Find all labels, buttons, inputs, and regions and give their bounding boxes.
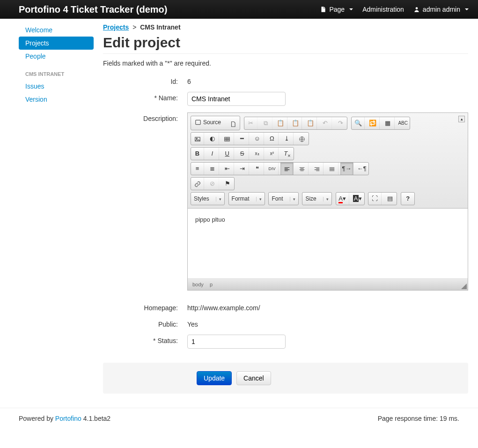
- source-button[interactable]: Source: [191, 116, 225, 128]
- editor-statusbar: body p: [188, 279, 468, 290]
- homepage-value: http://www.example.com/: [187, 302, 468, 312]
- caret-down-icon: [349, 8, 353, 10]
- sidebar-section-header: CMS INTRANET: [19, 63, 94, 80]
- sidebar-item-projects[interactable]: Projects: [19, 37, 94, 50]
- subscript-button[interactable]: x₂: [251, 148, 264, 160]
- sidebar-item-issues[interactable]: Issues: [19, 80, 94, 93]
- editor-content[interactable]: pippo pltuo: [188, 209, 468, 279]
- paste-word-button[interactable]: 📋: [304, 117, 317, 129]
- toolbar-collapse-button[interactable]: ▴: [458, 116, 465, 122]
- justifyblock-button[interactable]: [325, 163, 338, 175]
- table-button[interactable]: [221, 133, 234, 145]
- justifycenter-button[interactable]: [295, 163, 309, 175]
- specialchar-button[interactable]: Ω: [265, 133, 279, 145]
- svg-point-0: [416, 7, 418, 9]
- actions-bar: Update Cancel: [103, 363, 468, 394]
- align-right-icon: [314, 166, 320, 172]
- svg-point-3: [196, 138, 197, 139]
- blockquote-button[interactable]: ❝: [251, 163, 264, 175]
- unlink-button[interactable]: ⊘: [206, 178, 219, 190]
- bidi-ltr-button[interactable]: ¶→: [340, 163, 353, 175]
- source-icon: [195, 119, 201, 126]
- spellcheck-button[interactable]: ABC: [397, 117, 410, 129]
- footer: Powered by Portofino 4.1.beta2 Page resp…: [0, 408, 478, 429]
- public-value: Yes: [187, 318, 468, 328]
- undo-button[interactable]: ↶: [319, 117, 332, 129]
- sidebar-item-welcome[interactable]: Welcome: [19, 23, 94, 37]
- bold-button[interactable]: B: [191, 148, 204, 160]
- description-label: Description:: [103, 112, 187, 122]
- update-button[interactable]: Update: [197, 371, 232, 385]
- hr-button[interactable]: ━: [236, 133, 249, 145]
- creatediv-button[interactable]: DIV: [265, 163, 279, 175]
- page-icon: [320, 6, 326, 13]
- image-button[interactable]: [191, 133, 204, 145]
- editor-resizer[interactable]: [461, 284, 467, 289]
- italic-button[interactable]: I: [206, 148, 219, 160]
- numberedlist-button[interactable]: ≡: [191, 163, 204, 175]
- outdent-button[interactable]: ⇤: [221, 163, 234, 175]
- font-combo[interactable]: Font▾: [268, 192, 298, 205]
- find-button[interactable]: 🔍: [352, 117, 365, 129]
- indent-button[interactable]: ⇥: [236, 163, 249, 175]
- superscript-button[interactable]: x²: [265, 148, 279, 160]
- cancel-button[interactable]: Cancel: [236, 371, 271, 385]
- bulletedlist-button[interactable]: ≣: [206, 163, 219, 175]
- underline-button[interactable]: U: [221, 148, 234, 160]
- anchor-button[interactable]: ⚑: [221, 178, 234, 190]
- maximize-button[interactable]: ⛶: [368, 193, 382, 205]
- footer-powered-prefix: Powered by: [19, 415, 55, 422]
- iframe-button[interactable]: [295, 133, 309, 145]
- link-button[interactable]: [191, 178, 204, 190]
- flash-button[interactable]: ◐: [206, 133, 219, 145]
- smiley-button[interactable]: ☺: [251, 133, 264, 145]
- cut-button[interactable]: ✂: [244, 117, 257, 129]
- styles-combo[interactable]: Styles▾: [191, 192, 225, 205]
- pagebreak-button[interactable]: ⤓: [280, 133, 294, 145]
- textcolor-button[interactable]: A▾: [336, 193, 349, 205]
- selectall-button[interactable]: ▦: [382, 117, 395, 129]
- title-rule: [103, 53, 468, 54]
- justifyleft-button[interactable]: [280, 163, 294, 175]
- copy-button[interactable]: ⧉: [259, 117, 272, 129]
- sidebar-item-version[interactable]: Version: [19, 93, 94, 106]
- bidi-rtl-button[interactable]: ←¶: [355, 163, 368, 175]
- sidebar-item-people[interactable]: People: [19, 50, 94, 63]
- bgcolor-button[interactable]: A▾: [351, 193, 364, 205]
- public-label: Public:: [103, 318, 187, 328]
- breadcrumb: Projects > CMS Intranet: [103, 23, 468, 31]
- nav-page-dropdown[interactable]: Page: [320, 6, 353, 13]
- align-center-icon: [299, 166, 305, 172]
- nav-administration[interactable]: Administration: [362, 6, 404, 13]
- footer-portofino-link[interactable]: Portofino: [55, 415, 81, 422]
- sidebar: Welcome Projects People CMS INTRANET Iss…: [19, 23, 94, 394]
- paste-button[interactable]: 📋: [274, 117, 287, 129]
- nav-user-dropdown[interactable]: admin admin: [413, 6, 469, 13]
- align-left-icon: [284, 166, 290, 172]
- id-value: 6: [187, 75, 468, 85]
- breadcrumb-root-link[interactable]: Projects: [103, 23, 129, 31]
- status-input[interactable]: [187, 335, 286, 349]
- caret-down-icon: [465, 8, 469, 10]
- justifyright-button[interactable]: [310, 163, 324, 175]
- replace-button[interactable]: 🔁: [367, 117, 380, 129]
- globe-icon: [299, 136, 305, 142]
- name-input[interactable]: [187, 92, 286, 106]
- paste-text-button[interactable]: 📋: [289, 117, 302, 129]
- redo-button[interactable]: ↷: [334, 117, 347, 129]
- size-combo[interactable]: Size▾: [302, 192, 331, 205]
- removeformat-button[interactable]: T×: [280, 148, 294, 160]
- svg-rect-1: [196, 120, 201, 124]
- main-content: Projects > CMS Intranet Edit project Fie…: [103, 23, 468, 394]
- editor-path-p[interactable]: p: [210, 282, 213, 287]
- rich-text-editor: Source ✂ ⧉ 📋 📋 📋 ↶: [187, 112, 468, 291]
- image-icon: [194, 136, 201, 142]
- newpage-button[interactable]: [227, 118, 240, 130]
- navbar: Portofino 4 Ticket Tracker (demo) Page A…: [0, 0, 478, 19]
- showblocks-button[interactable]: ▤: [383, 193, 397, 205]
- about-button[interactable]: ?: [401, 193, 414, 205]
- editor-path-body[interactable]: body: [192, 282, 204, 287]
- format-combo[interactable]: Format▾: [228, 192, 265, 205]
- strike-button[interactable]: S: [236, 148, 249, 160]
- nav-page-label: Page: [329, 6, 345, 13]
